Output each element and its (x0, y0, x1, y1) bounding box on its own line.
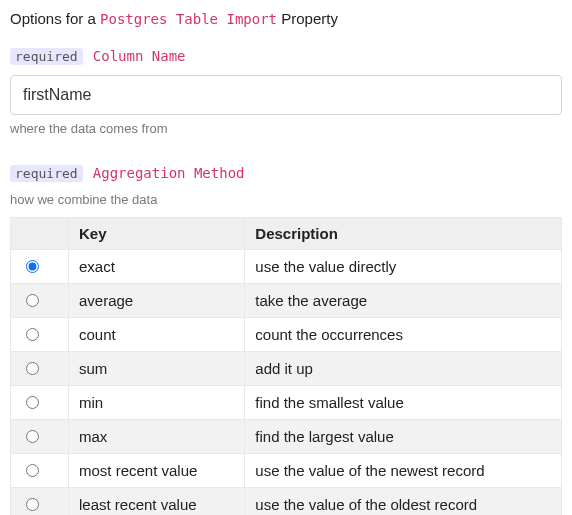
radio-cell (11, 420, 69, 454)
option-key: min (69, 386, 245, 420)
options-heading: Options for a Postgres Table Import Prop… (10, 10, 562, 27)
required-badge: required (10, 48, 83, 65)
option-key: max (69, 420, 245, 454)
aggregation-method-label: Aggregation Method (93, 165, 245, 181)
table-header-key: Key (69, 218, 245, 250)
required-badge: required (10, 165, 83, 182)
aggregation-label-row: required Aggregation Method (10, 164, 562, 182)
option-key: least recent value (69, 488, 245, 516)
heading-suffix: Property (277, 10, 338, 27)
radio-cell (11, 250, 69, 284)
radio-cell (11, 352, 69, 386)
aggregation-radio[interactable] (26, 260, 39, 273)
table-row: countcount the occurrences (11, 318, 562, 352)
option-description: find the largest value (245, 420, 562, 454)
table-row: sumadd it up (11, 352, 562, 386)
radio-cell (11, 454, 69, 488)
aggregation-helper: how we combine the data (10, 192, 562, 207)
option-description: use the value of the newest record (245, 454, 562, 488)
option-description: use the value directly (245, 250, 562, 284)
option-key: count (69, 318, 245, 352)
option-description: use the value of the oldest record (245, 488, 562, 516)
aggregation-radio[interactable] (26, 464, 39, 477)
option-key: exact (69, 250, 245, 284)
aggregation-radio[interactable] (26, 328, 39, 341)
table-row: maxfind the largest value (11, 420, 562, 454)
column-name-helper: where the data comes from (10, 121, 562, 136)
option-description: find the smallest value (245, 386, 562, 420)
column-name-input[interactable] (10, 75, 562, 115)
column-name-label-row: required Column Name (10, 47, 562, 65)
option-key: sum (69, 352, 245, 386)
option-description: take the average (245, 284, 562, 318)
aggregation-radio[interactable] (26, 294, 39, 307)
table-row: averagetake the average (11, 284, 562, 318)
table-row: exactuse the value directly (11, 250, 562, 284)
table-header-radio (11, 218, 69, 250)
radio-cell (11, 318, 69, 352)
table-row: minfind the smallest value (11, 386, 562, 420)
aggregation-radio[interactable] (26, 498, 39, 511)
option-key: most recent value (69, 454, 245, 488)
aggregation-options-table: Key Description exactuse the value direc… (10, 217, 562, 515)
table-row: most recent valueuse the value of the ne… (11, 454, 562, 488)
heading-prefix: Options for a (10, 10, 100, 27)
aggregation-radio[interactable] (26, 396, 39, 409)
option-description: add it up (245, 352, 562, 386)
radio-cell (11, 488, 69, 516)
table-header-description: Description (245, 218, 562, 250)
source-name: Postgres Table Import (100, 11, 277, 27)
aggregation-radio[interactable] (26, 430, 39, 443)
radio-cell (11, 386, 69, 420)
radio-cell (11, 284, 69, 318)
column-name-label: Column Name (93, 48, 186, 64)
option-key: average (69, 284, 245, 318)
table-row: least recent valueuse the value of the o… (11, 488, 562, 516)
aggregation-radio[interactable] (26, 362, 39, 375)
option-description: count the occurrences (245, 318, 562, 352)
